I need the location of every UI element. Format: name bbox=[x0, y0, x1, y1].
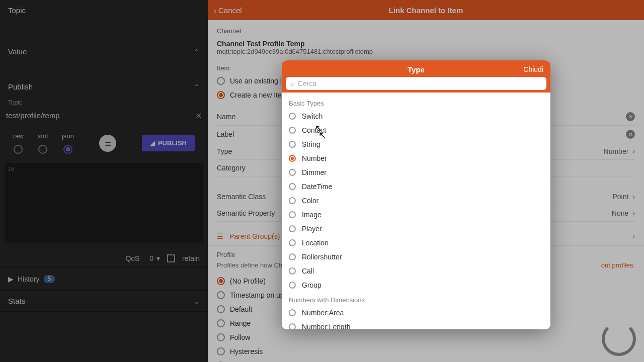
chevron-down-icon: ▾ bbox=[156, 254, 160, 262]
send-icon: ◢ bbox=[150, 139, 155, 147]
type-option[interactable]: Rollershutter bbox=[282, 250, 550, 264]
channel-label: Channel bbox=[217, 27, 635, 35]
chevron-right-icon: › bbox=[632, 232, 635, 240]
type-option[interactable]: Color bbox=[282, 194, 550, 208]
type-option[interactable]: Image bbox=[282, 208, 550, 222]
chevron-left-icon: ‹ bbox=[214, 6, 216, 15]
type-option[interactable]: Player bbox=[282, 222, 550, 236]
type-option[interactable]: Call bbox=[282, 264, 550, 278]
openhab-logo-icon bbox=[602, 322, 636, 356]
topic-field-label: Topic bbox=[0, 97, 208, 106]
topic-section-header[interactable]: Topic bbox=[0, 0, 208, 21]
modal-title: Type bbox=[282, 60, 550, 77]
channel-id: mqtt:topic:2d949ec39a:0d64751481:chtestp… bbox=[217, 48, 635, 55]
type-option[interactable]: Number:Length bbox=[282, 320, 550, 329]
channel-name: Channel Test Profile Temp bbox=[217, 40, 635, 48]
history-section[interactable]: ▶ History 5 bbox=[0, 268, 208, 291]
publish-button[interactable]: ◢ PUBLISH bbox=[142, 135, 195, 151]
publish-section-header[interactable]: Publish ⌃ bbox=[0, 76, 208, 97]
format-raw[interactable]: raw bbox=[13, 132, 24, 154]
type-search-input[interactable] bbox=[298, 79, 541, 87]
type-option[interactable]: Contact bbox=[282, 123, 550, 137]
retain-checkbox[interactable] bbox=[167, 254, 175, 262]
qos-select[interactable]: QoS 0 ▾ bbox=[125, 254, 160, 262]
payload-editor[interactable]: 18 bbox=[5, 163, 203, 243]
list-icon: ☰ bbox=[217, 232, 223, 240]
mqtt-side-panel: Topic Value ⌃ Publish ⌃ Topic ✕ raw xml … bbox=[0, 0, 208, 362]
profile-option[interactable]: Offset bbox=[217, 358, 635, 362]
type-option[interactable]: Number bbox=[282, 151, 550, 165]
stats-section-header[interactable]: Stats ⌃ bbox=[0, 291, 208, 311]
retain-label: retain bbox=[182, 254, 200, 262]
type-option[interactable]: Number:Area bbox=[282, 306, 550, 320]
basic-types-label: Basic Types bbox=[282, 96, 550, 109]
type-list[interactable]: Basic Types SwitchContactStringNumberDim… bbox=[282, 93, 550, 329]
type-search-field[interactable]: ⌕ bbox=[286, 77, 546, 90]
chevron-right-icon: › bbox=[632, 147, 635, 155]
chevron-right-icon: › bbox=[632, 209, 635, 217]
profile-option[interactable]: Hysteresis bbox=[217, 344, 635, 358]
type-option[interactable]: Group bbox=[282, 278, 550, 292]
chevron-up-icon: ⌃ bbox=[194, 48, 200, 56]
close-icon[interactable]: ✕ bbox=[626, 112, 635, 121]
chevron-down-icon: ⌃ bbox=[194, 297, 200, 305]
editor-line-number: 18 bbox=[8, 166, 14, 172]
type-option[interactable]: Location bbox=[282, 236, 550, 250]
chevron-right-icon: › bbox=[632, 193, 635, 201]
close-icon[interactable]: ✕ bbox=[626, 130, 635, 139]
play-icon: ▶ bbox=[8, 275, 14, 283]
history-count-badge: 5 bbox=[44, 275, 55, 283]
chevron-up-icon: ⌃ bbox=[194, 83, 200, 91]
format-json[interactable]: json bbox=[62, 132, 74, 154]
topic-input[interactable] bbox=[6, 109, 191, 122]
type-option[interactable]: DateTime bbox=[282, 179, 550, 194]
search-icon: ⌕ bbox=[291, 80, 295, 87]
type-option[interactable]: String bbox=[282, 137, 550, 151]
type-picker-modal: Type Chiudi ⌕ Basic Types SwitchContactS… bbox=[282, 60, 550, 329]
format-icon[interactable]: ≣ bbox=[99, 135, 116, 152]
cancel-button[interactable]: ‹ Cancel bbox=[214, 6, 242, 15]
type-option[interactable]: Dimmer bbox=[282, 165, 550, 179]
profile-option[interactable]: Follow bbox=[217, 330, 635, 344]
modal-close-button[interactable]: Chiudi bbox=[523, 65, 543, 73]
type-option[interactable]: Switch bbox=[282, 109, 550, 123]
value-section-header[interactable]: Value ⌃ bbox=[0, 41, 208, 62]
format-xml[interactable]: xml bbox=[38, 132, 48, 154]
dimensions-label: Numbers with Dimensions bbox=[282, 292, 550, 306]
page-title: Link Channel to Item bbox=[389, 6, 463, 15]
page-navbar: ‹ Cancel Link Channel to Item bbox=[208, 0, 644, 20]
clear-topic-icon[interactable]: ✕ bbox=[195, 111, 202, 121]
